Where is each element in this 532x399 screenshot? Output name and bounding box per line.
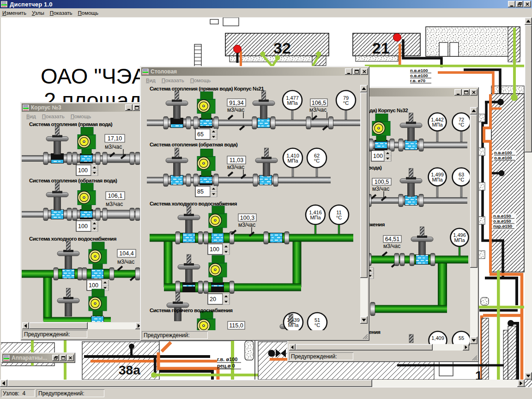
svg-text:Система холодного водоснабжени: Система холодного водоснабжения bbox=[150, 201, 237, 206]
svg-text:°С: °С bbox=[459, 177, 464, 182]
svg-text:106,5: 106,5 bbox=[312, 100, 326, 106]
svg-text:МПа: МПа bbox=[432, 122, 443, 127]
svg-text:Система холодного водоснабжени: Система холодного водоснабжения bbox=[29, 236, 116, 242]
svg-text:106,1: 106,1 bbox=[108, 193, 122, 199]
svg-text:°С: °С bbox=[336, 215, 342, 220]
svg-text:20: 20 bbox=[210, 296, 216, 302]
svg-text:м3/час: м3/час bbox=[227, 164, 244, 170]
svg-text:115,0: 115,0 bbox=[229, 322, 243, 329]
svg-text:°С: °С bbox=[459, 122, 464, 127]
svg-text:°С: °С bbox=[314, 158, 320, 163]
svg-text:рец.ø 0: рец.ø 0 bbox=[217, 363, 235, 369]
svg-text:1,409: 1,409 bbox=[431, 335, 444, 341]
svg-text:м3/час: м3/час bbox=[227, 107, 244, 113]
svg-text:м3/час: м3/час bbox=[372, 186, 389, 192]
svg-text:МПа: МПа bbox=[287, 100, 298, 106]
svg-text:91,34: 91,34 bbox=[229, 100, 243, 106]
svg-text:м3/час: м3/час bbox=[309, 107, 326, 113]
svg-text:м3/час: м3/час bbox=[238, 222, 255, 228]
svg-text:21: 21 bbox=[372, 39, 390, 57]
svg-text:100,5: 100,5 bbox=[375, 179, 389, 185]
svg-text:МПа: МПа bbox=[310, 215, 321, 220]
svg-text:г.в. ø100: г.в. ø100 bbox=[217, 357, 237, 362]
svg-text:м3/час: м3/час bbox=[383, 243, 400, 249]
svg-text:38а: 38а bbox=[119, 363, 140, 377]
svg-text:м3/час: м3/час bbox=[106, 201, 123, 207]
svg-text:°С: °С bbox=[314, 322, 320, 328]
svg-text:о.в.ø100: о.в.ø100 bbox=[494, 155, 512, 160]
svg-text:пар.ø150: пар.ø150 bbox=[493, 224, 512, 229]
svg-text:100: 100 bbox=[89, 282, 98, 289]
svg-text:65: 65 bbox=[197, 131, 204, 138]
svg-text:100: 100 bbox=[78, 223, 88, 230]
svg-text:°С: °С bbox=[343, 100, 349, 106]
svg-text:о.в.ø100: о.в.ø100 bbox=[410, 73, 428, 78]
svg-text:64,51: 64,51 bbox=[385, 236, 399, 242]
svg-text:104,4: 104,4 bbox=[119, 250, 133, 257]
svg-text:Система отопления (прямая вода: Система отопления (прямая вода) Корпус №… bbox=[150, 86, 264, 91]
svg-text:п.в.ø150: п.в.ø150 bbox=[493, 213, 511, 218]
svg-text:о.в.ø150: о.в.ø150 bbox=[493, 218, 511, 224]
svg-text:Система горячего водоснабжения: Система горячего водоснабжения bbox=[150, 308, 233, 313]
svg-text:Система отопления (прямая вода: Система отопления (прямая вода) bbox=[29, 121, 113, 127]
svg-text:МПа: МПа bbox=[454, 237, 465, 243]
svg-text:п.в.ø100: п.в.ø100 bbox=[494, 150, 512, 155]
svg-text:55: 55 bbox=[459, 335, 464, 341]
svg-text:Система отопления (обратная во: Система отопления (обратная вода) bbox=[150, 142, 238, 147]
svg-text:11,03: 11,03 bbox=[230, 157, 243, 163]
svg-text:100,3: 100,3 bbox=[240, 215, 254, 221]
svg-text:32: 32 bbox=[273, 39, 291, 57]
svg-text:м3/час: м3/час bbox=[105, 144, 122, 150]
svg-text:г.в. ø70: г.в. ø70 bbox=[410, 78, 425, 83]
svg-text:м3/час: м3/час bbox=[117, 259, 134, 265]
svg-text:МПа: МПа bbox=[432, 177, 443, 182]
svg-text:1: 1 bbox=[475, 369, 482, 380]
svg-text:85: 85 bbox=[197, 188, 204, 195]
svg-text:100: 100 bbox=[373, 153, 383, 159]
svg-text:17,10: 17,10 bbox=[108, 135, 122, 142]
svg-text:100: 100 bbox=[210, 246, 219, 253]
svg-text:МПа: МПа bbox=[287, 158, 298, 163]
svg-text:Система отопления (обратная во: Система отопления (обратная вода) bbox=[29, 178, 117, 183]
svg-text:100: 100 bbox=[78, 167, 88, 174]
svg-text:п.в.ø100: п.в.ø100 bbox=[410, 68, 428, 73]
